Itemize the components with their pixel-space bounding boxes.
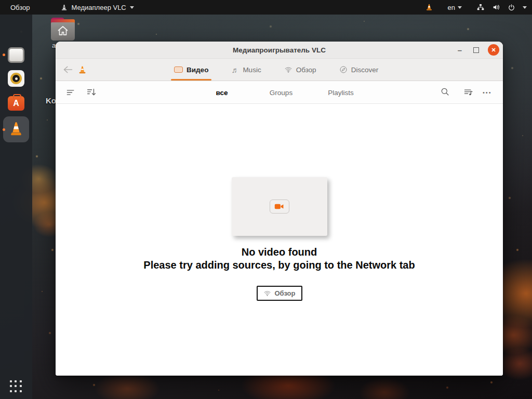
gnome-top-bar: Обзор Медиаплеер VLC en: [0, 0, 532, 15]
dock-item-app-center[interactable]: A: [8, 95, 24, 111]
dock-item-rhythmbox[interactable]: [8, 70, 24, 87]
top-bar-status-area: en: [425, 0, 532, 15]
empty-state-subtitle: Please try adding sources, by going to t…: [56, 259, 503, 271]
volume-icon[interactable]: [492, 3, 500, 11]
browse-network-button[interactable]: Обзор: [257, 286, 302, 301]
chevron-down-icon: [458, 6, 462, 9]
wifi-icon: [263, 290, 271, 297]
video-icon: [174, 66, 183, 73]
tab-discover[interactable]: Discover: [339, 59, 379, 81]
dock-item-vlc[interactable]: [3, 116, 29, 142]
back-icon[interactable]: [63, 65, 73, 74]
close-button[interactable]: ✕: [488, 44, 499, 56]
sort-descending-icon[interactable]: [86, 87, 97, 98]
empty-state-title: No video found: [56, 246, 503, 258]
playlist-queue-icon[interactable]: [463, 87, 474, 98]
vlc-icon: [8, 121, 24, 137]
maximize-button[interactable]: [473, 47, 479, 53]
app-menu-button[interactable]: Медиаплеер VLC: [60, 4, 134, 11]
view-tab-all-label: все: [216, 89, 228, 97]
video-camera-icon: [274, 203, 284, 210]
activities-button[interactable]: Обзор: [7, 4, 33, 11]
view-toolbar: все Groups Playlists •••: [56, 81, 503, 104]
chevron-down-icon: [130, 6, 134, 9]
vlc-cone-icon: [60, 4, 68, 11]
running-indicator: [3, 128, 5, 131]
search-icon[interactable]: [440, 87, 450, 97]
language-menu[interactable]: en: [448, 4, 462, 11]
app-center-icon: A: [8, 96, 24, 111]
tab-video[interactable]: Видео: [174, 59, 208, 81]
tab-browse-label: Обзор: [296, 66, 316, 74]
rhythmbox-icon: [8, 70, 24, 87]
video-chip: [270, 200, 289, 214]
view-tab-playlists-label: Playlists: [328, 89, 354, 97]
wifi-icon: [284, 66, 292, 73]
vlc-window: Медиапроигрыватель VLC – ✕ Видео ♬ Music: [56, 42, 503, 376]
network-wired-icon[interactable]: [476, 3, 485, 11]
files-icon: [8, 47, 24, 63]
vlc-cone-icon: [77, 65, 87, 75]
tab-music[interactable]: ♬ Music: [231, 59, 261, 81]
video-placeholder-card: [232, 177, 327, 236]
view-tab-groups[interactable]: Groups: [270, 81, 292, 104]
window-title: Медиапроигрыватель VLC: [56, 42, 503, 59]
more-options-icon[interactable]: •••: [483, 81, 492, 104]
tab-music-label: Music: [243, 66, 261, 74]
speaker-ring: [10, 73, 22, 84]
dock-item-firefox[interactable]: [8, 21, 24, 37]
compass-icon: [339, 65, 348, 74]
nav-tabs: Видео ♬ Music Обзор Discover: [174, 59, 378, 81]
running-indicator: [3, 54, 5, 56]
minimize-button[interactable]: –: [455, 45, 465, 55]
app-menu-label: Медиаплеер VLC: [72, 4, 126, 11]
speaker-dot: [15, 77, 18, 80]
home-folder-desktop-icon[interactable]: [51, 18, 75, 41]
home-icon: [57, 25, 69, 36]
music-note-icon: ♬: [231, 66, 239, 74]
view-tab-groups-label: Groups: [270, 89, 292, 97]
dock: A: [0, 15, 32, 399]
tab-video-label: Видео: [187, 66, 208, 74]
list-view-icon[interactable]: [65, 87, 76, 98]
dock-item-files[interactable]: [8, 47, 24, 63]
tab-browse[interactable]: Обзор: [284, 59, 316, 81]
video-content-area: No video found Please try adding sources…: [56, 104, 503, 376]
view-tab-all[interactable]: все: [216, 81, 228, 104]
chevron-down-icon[interactable]: [523, 6, 527, 9]
hidden-desktop-label: Ko: [46, 96, 56, 105]
tab-discover-label: Discover: [351, 66, 379, 74]
browse-button-label: Обзор: [275, 289, 296, 297]
desktop-wallpaper: ac Ko Медиапроигрыватель VLC – ✕ Видео: [0, 0, 532, 399]
window-titlebar[interactable]: Медиапроигрыватель VLC – ✕: [56, 42, 503, 59]
main-navbar: Видео ♬ Music Обзор Discover: [56, 59, 503, 81]
vlc-cone-icon: [425, 3, 433, 11]
language-label: en: [448, 4, 455, 11]
power-icon[interactable]: [508, 4, 515, 11]
app-grid-icon[interactable]: [10, 380, 22, 393]
view-tab-playlists[interactable]: Playlists: [328, 81, 354, 104]
